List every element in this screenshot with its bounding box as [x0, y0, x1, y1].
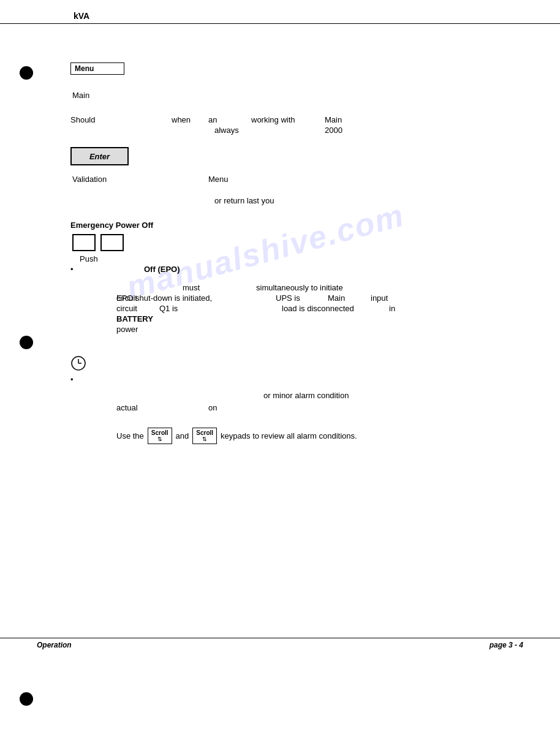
push-label: Push	[80, 254, 98, 263]
working-with-word: working with	[251, 115, 295, 124]
clock-icon	[70, 355, 86, 371]
menu-label: Menu	[208, 175, 229, 184]
epo-circuit2: circuit	[116, 304, 137, 313]
menu-box[interactable]: Menu	[70, 62, 124, 75]
validation-label: Validation	[72, 175, 107, 184]
bullet-3	[20, 692, 33, 706]
body-text-should: Should	[70, 115, 95, 124]
alarm-bullet: •	[70, 375, 74, 384]
always-word: always	[214, 126, 239, 135]
epo-power: power	[116, 325, 138, 334]
page-container: kVA manualshive.com Menu Main Should whe…	[0, 0, 560, 729]
body-text-2000: 2000	[325, 126, 342, 135]
epo-must: must	[183, 283, 200, 292]
body-text-workingwith: working with	[251, 115, 295, 124]
scroll-button-2[interactable]: Scroll ⇅	[192, 428, 217, 444]
keypads-text: keypads to review all alarm conditions.	[221, 431, 357, 440]
epo-off-label: Off (EPO)	[144, 265, 180, 274]
scroll-btn1-label: Scroll	[151, 429, 168, 436]
main-label: Main	[72, 91, 89, 100]
or-return-text: or return last you	[214, 196, 274, 205]
epo-button-left[interactable]	[72, 234, 96, 251]
body-text-main: Main	[325, 115, 342, 124]
actual-word: actual	[116, 403, 138, 412]
epo-in: in	[389, 304, 395, 313]
bullet-2	[20, 336, 33, 349]
scroll-btn1-arrows: ⇅	[151, 436, 168, 442]
use-the-text: Use the	[116, 431, 144, 440]
epo-off-text: Off (EPO)	[144, 265, 180, 274]
body-text-always: always	[214, 126, 239, 135]
scroll-btn2-label: Scroll	[196, 429, 213, 436]
epo-main: Main	[328, 293, 345, 303]
epo-battery-text: BATTERY	[116, 314, 153, 323]
epo-load-disconnected: load is disconnected	[282, 304, 354, 313]
epo-input: input	[371, 293, 388, 303]
epo-buttons	[72, 234, 124, 251]
an-word: an	[208, 115, 217, 124]
value-2000: 2000	[325, 126, 342, 135]
epo-circuit: circuit	[116, 293, 137, 303]
footer-left: Operation	[37, 641, 72, 649]
clock-icon-container	[70, 355, 86, 373]
main-word: Main	[325, 115, 342, 124]
footer: Operation page 3 - 4	[0, 638, 560, 649]
or-minor-alarm: or minor alarm condition	[263, 391, 349, 400]
epo-simultaneously: simultaneously to initiate	[256, 283, 343, 292]
body-text-when: when	[172, 115, 191, 124]
on-word: on	[208, 403, 217, 412]
epo-title-text: Emergency Power Off	[70, 221, 153, 230]
page-header: kVA	[0, 11, 560, 24]
epo-title: Emergency Power Off	[70, 221, 153, 230]
epo-upsis: UPS is	[276, 293, 300, 303]
epo-q1is: Q1 is	[159, 304, 178, 313]
header-title: kVA	[74, 11, 560, 21]
body-text-an: an	[208, 115, 217, 124]
enter-box[interactable]: Enter	[70, 147, 129, 165]
scroll-keypad-row: Use the Scroll ⇅ and Scroll ⇅ keypads to…	[116, 428, 357, 444]
and-text: and	[176, 431, 189, 440]
epo-bullet: •	[70, 265, 74, 274]
epo-button-right[interactable]	[100, 234, 124, 251]
scroll-button-1[interactable]: Scroll ⇅	[148, 428, 172, 444]
bullet-1	[20, 66, 33, 80]
should-word: Should	[70, 115, 95, 124]
scroll-btn2-arrows: ⇅	[196, 436, 213, 442]
when-word: when	[172, 115, 191, 124]
epo-battery: BATTERY	[116, 314, 153, 323]
footer-right: page 3 - 4	[490, 641, 523, 649]
